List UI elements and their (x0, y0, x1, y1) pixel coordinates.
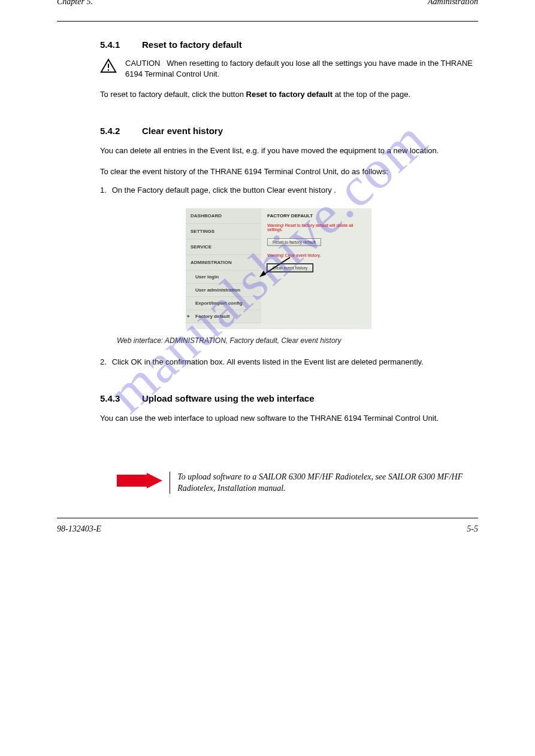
intro-button-name: Reset to factory default (246, 90, 333, 99)
intro-text: To reset to factory default, click the b… (100, 90, 246, 99)
step2-text: Click (112, 357, 131, 366)
ui-main-panel: FACTORY DEFAULT Warning! Reset to factor… (261, 208, 371, 323)
step-number: 2. (100, 357, 110, 368)
svg-marker-4 (259, 271, 266, 277)
step2-button-name: OK (131, 357, 142, 366)
caution-body: When resetting to factory default you lo… (125, 59, 473, 78)
bottom-rule (57, 518, 478, 518)
warning-triangle-icon (100, 58, 117, 74)
header-right: Administration (428, 0, 478, 7)
pointer-arrow-icon (258, 256, 294, 280)
section-title: Reset to factory default (142, 40, 242, 50)
caution-label: CAUTION (125, 59, 161, 68)
sidebar-item-service[interactable]: SERVICE (186, 239, 261, 255)
top-rule (57, 21, 478, 22)
sidebar-item-export-import[interactable]: Export/Import config (186, 297, 261, 310)
helpsite-text: To upload software to a SAILOR 6300 MF/H… (177, 472, 478, 493)
footer-left: 98-132403-E (57, 524, 101, 534)
figure-caption: Web interface: ADMINISTRATION, Factory d… (117, 336, 478, 345)
step1-after: . (334, 186, 336, 195)
sidebar-item-settings[interactable]: SETTINGS (186, 224, 261, 239)
svg-point-2 (108, 69, 109, 71)
section-number: 5.4.3 (100, 393, 131, 403)
step2-after: in the confirmation box. All events list… (144, 357, 424, 366)
footer-right: 5-5 (467, 524, 478, 534)
panel-title: FACTORY DEFAULT (267, 213, 365, 218)
step-number: 1. (100, 185, 110, 196)
header-left: Chapter 5. (57, 0, 93, 7)
ui-sidebar: DASHBOARD SETTINGS SERVICE ADMINISTRATIO… (186, 208, 261, 323)
reset-factory-default-button[interactable]: Reset to factory default (267, 238, 321, 246)
svg-line-3 (262, 257, 290, 275)
warning-text-reset: Warning! Reset to factory default will d… (267, 223, 365, 232)
intro-after: at the top of the page. (335, 90, 411, 99)
section-number: 5.4.2 (100, 126, 131, 136)
para-upload: You can use the web interface to upload … (100, 413, 454, 424)
sidebar-item-user-login[interactable]: User login (186, 271, 261, 284)
embedded-screenshot: DASHBOARD SETTINGS SERVICE ADMINISTRATIO… (186, 208, 371, 329)
para-clear-intro: You can delete all entries in the Event … (100, 145, 454, 157)
sidebar-item-user-administration[interactable]: User administration (186, 284, 261, 297)
vertical-divider (170, 472, 170, 493)
section-title: Clear event history (142, 126, 223, 136)
sidebar-item-factory-default[interactable]: Factory default (186, 310, 261, 323)
sidebar-item-dashboard[interactable]: DASHBOARD (186, 208, 261, 224)
section-title: Upload software using the web interface (142, 393, 315, 403)
para-clear-howto: To clear the event history of the THRANE… (100, 166, 454, 178)
sidebar-item-administration[interactable]: ADMINISTRATION (186, 255, 261, 271)
step1-button-name: Clear event history (267, 186, 331, 195)
red-arrow-icon (117, 473, 162, 488)
step1-text: On the Factory default page, click the b… (112, 186, 267, 195)
section-number: 5.4.1 (100, 40, 131, 50)
svg-marker-5 (117, 473, 162, 488)
